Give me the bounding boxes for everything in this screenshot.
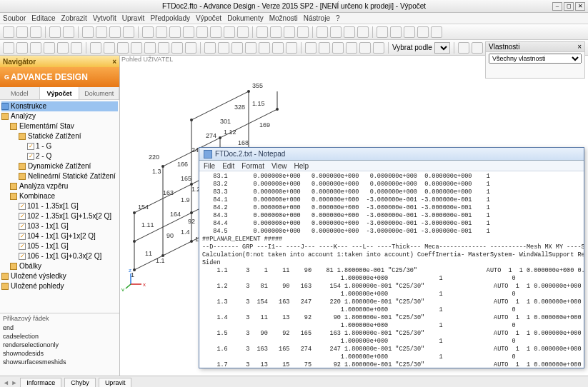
grid-icon[interactable] [117, 42, 129, 54]
menu-item[interactable]: Předpoklady [150, 14, 190, 22]
tool-icon[interactable] [183, 26, 194, 38]
tool-icon[interactable] [169, 26, 181, 38]
tool-icon[interactable] [344, 26, 355, 38]
menu-item[interactable]: Nástroje [304, 14, 330, 22]
checkbox-icon[interactable]: ✓ [27, 153, 34, 160]
paste-icon[interactable] [109, 26, 121, 38]
tab-doc[interactable]: Dokument [79, 87, 119, 99]
print-icon[interactable] [123, 26, 134, 38]
notepad-menu-item[interactable]: Edit [222, 162, 234, 170]
checkbox-icon[interactable]: ✓ [19, 223, 26, 230]
notepad-body[interactable]: 83.1 0.000000e+000 0.000000e+000 0.00000… [199, 171, 584, 368]
new-icon[interactable] [3, 26, 14, 38]
view-icon[interactable] [44, 42, 55, 54]
tree-combo[interactable]: 103 - 1x[1 G] [27, 222, 69, 230]
tree-nonlinear[interactable]: Nelineární Statické Zatížení [28, 172, 116, 180]
tool-icon[interactable] [156, 26, 167, 38]
tree-combo[interactable]: 104 - 1x[1 G]+1x[2 Q] [27, 232, 96, 240]
bottom-tab[interactable]: Upravit [99, 378, 132, 387]
properties-filter-dropdown[interactable]: Všechny vlastnosti [489, 54, 582, 64]
tool-icon[interactable] [390, 26, 402, 38]
checkbox-icon[interactable]: ✓ [19, 233, 26, 240]
undo-icon[interactable] [49, 26, 61, 38]
dim-icon[interactable] [373, 42, 384, 54]
grid-icon[interactable] [104, 42, 115, 54]
cut-icon[interactable] [82, 26, 94, 38]
notepad-menu-item[interactable]: File [204, 162, 215, 170]
navigator-tree[interactable]: Konstrukce Analýzy Elementární Stav Stat… [0, 100, 119, 313]
dim-icon[interactable] [346, 42, 357, 54]
notepad-menu-item[interactable]: Format [241, 162, 264, 170]
menu-item[interactable]: ? [336, 14, 340, 22]
view-icon[interactable] [16, 42, 28, 54]
snap-icon[interactable] [286, 42, 297, 54]
tool-icon[interactable] [196, 26, 208, 38]
menu-item[interactable]: Výpočet [196, 14, 221, 22]
redo-icon[interactable] [63, 26, 74, 38]
view-icon[interactable] [3, 42, 14, 54]
close-icon[interactable]: ✕ [575, 2, 585, 11]
tool-icon[interactable] [357, 26, 369, 38]
view-icon[interactable] [71, 42, 82, 54]
copy-icon[interactable] [96, 26, 107, 38]
dim-icon[interactable] [359, 42, 371, 54]
tree-load-q[interactable]: 2 - Q [36, 152, 51, 160]
view-icon[interactable] [57, 42, 69, 54]
pin-icon[interactable]: × [112, 58, 116, 66]
notepad-menu-item[interactable]: Help [294, 162, 309, 170]
tree-root[interactable]: Konstrukce [11, 102, 46, 110]
tree-buckling[interactable]: Analýza vzpěru [19, 182, 68, 190]
tool-icon[interactable] [417, 26, 429, 38]
checkbox-icon[interactable]: ✓ [19, 243, 26, 250]
tab-model[interactable]: Model [0, 87, 40, 99]
tool-icon[interactable] [317, 26, 328, 38]
menu-item[interactable]: Upravit [122, 14, 145, 22]
grid-icon[interactable] [158, 42, 169, 54]
checkbox-icon[interactable]: ✓ [19, 253, 26, 260]
tool-icon[interactable] [284, 26, 295, 38]
grid-icon[interactable] [90, 42, 101, 54]
tree-static-load[interactable]: Statické Zatížení [28, 132, 81, 140]
tree-elem-state[interactable]: Elementární Stav [19, 122, 74, 130]
tree-combo[interactable]: 106 - 1x[1 G]+0.3x[2 Q] [27, 252, 101, 260]
tool-icon[interactable] [210, 26, 221, 38]
grid-icon[interactable] [144, 42, 156, 54]
notepad-menu-item[interactable]: View [271, 162, 287, 170]
snap-icon[interactable] [272, 42, 284, 54]
tree-combinations[interactable]: Kombinace [19, 192, 55, 200]
snap-icon[interactable] [218, 42, 229, 54]
checkbox-icon[interactable]: ✓ [19, 213, 26, 220]
open-icon[interactable] [16, 26, 28, 38]
tool-icon[interactable] [431, 26, 442, 38]
tree-saved-results[interactable]: Uložené výsledky [11, 272, 66, 280]
menu-item[interactable]: Soubor [3, 14, 26, 22]
dim-icon[interactable] [305, 42, 317, 54]
tree-combo[interactable]: 105 - 1x[1 G] [27, 242, 69, 250]
tree-saved-views[interactable]: Uložené pohledy [11, 282, 64, 290]
menu-item[interactable]: Možnosti [269, 14, 298, 22]
tree-envelopes[interactable]: Obálky [19, 262, 41, 270]
notepad-titlebar[interactable]: FTDoc.2.txt - Notepad [199, 148, 584, 161]
minimize-icon[interactable]: – [552, 2, 562, 11]
dim-icon[interactable] [332, 42, 344, 54]
snap-icon[interactable] [204, 42, 216, 54]
view-icon[interactable] [30, 42, 41, 54]
tool-icon[interactable] [404, 26, 415, 38]
tree-dynamic[interactable]: Dynamické Zatížení [28, 162, 91, 170]
grid-icon[interactable] [185, 42, 196, 54]
snap-icon[interactable] [231, 42, 243, 54]
tool-icon[interactable] [142, 26, 154, 38]
tool-icon[interactable] [237, 26, 249, 38]
result-icon[interactable] [472, 42, 483, 54]
tab-calc[interactable]: Výpočet [40, 87, 80, 99]
menu-item[interactable]: Dokumenty [227, 14, 264, 22]
tree-combo[interactable]: 102 - 1.35x[1 G]+1.5x[2 Q] [27, 212, 111, 220]
menu-item[interactable]: Zobrazit [61, 14, 87, 22]
dim-icon[interactable] [319, 42, 330, 54]
tool-icon[interactable] [377, 26, 388, 38]
bottom-tab[interactable]: Informace [20, 378, 61, 387]
result-icon[interactable] [458, 42, 469, 54]
menu-item[interactable]: Vytvořit [93, 14, 116, 22]
save-icon[interactable] [30, 26, 41, 38]
tool-icon[interactable] [270, 26, 281, 38]
